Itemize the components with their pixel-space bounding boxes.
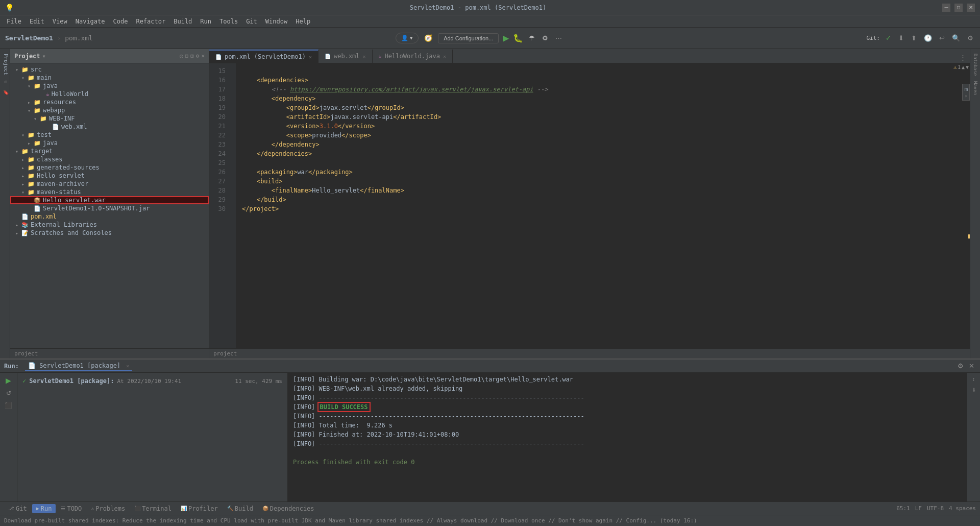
tree-item-hello-servlet[interactable]: ▸ 📁 Hello_servlet [10, 172, 209, 180]
debug-button[interactable]: 🐛 [513, 33, 523, 43]
menu-refactor[interactable]: Refactor [132, 17, 169, 26]
coverage-button[interactable]: ☂ [527, 33, 536, 43]
run-wrap-button[interactable]: ↕ [971, 375, 976, 384]
tree-item-classes[interactable]: ▸ 📁 classes [10, 155, 209, 163]
status-tab-dependencies[interactable]: 📦 Dependencies [258, 504, 318, 513]
status-tab-terminal[interactable]: ⬛ Terminal [130, 504, 176, 513]
run-close-button[interactable]: ✕ [967, 361, 976, 371]
menu-build[interactable]: Build [169, 17, 196, 26]
status-tab-todo[interactable]: ☰ TODO [57, 504, 86, 513]
tree-item-webinf[interactable]: ▾ 📁 WEB-INF [10, 114, 209, 123]
more-run-button[interactable]: ⋯ [554, 33, 564, 43]
git-update-button[interactable]: ⬇ [897, 33, 905, 43]
profile-button[interactable]: ⚙ [541, 33, 550, 43]
menu-help[interactable]: Help [291, 17, 314, 26]
settings-icon[interactable]: ⚙ [196, 53, 200, 59]
code-editor[interactable]: <dependencies> <!-- https://mvnrepositor… [236, 63, 959, 348]
run-output-line: [INFO] Building war: D:\code\java\bite\S… [293, 375, 962, 384]
git-history-button[interactable]: 🕐 [922, 33, 934, 43]
search-button[interactable]: 🔍 [950, 33, 962, 43]
run-scroll-button[interactable]: ⇓ [970, 386, 977, 394]
navigate-button[interactable]: 🧭 [423, 33, 434, 43]
run-stop-button[interactable]: ⬛ [3, 400, 14, 411]
bookmarks-tab[interactable]: 🔖 [1, 87, 10, 97]
run-side-icons: ↕ ⇓ [967, 373, 980, 501]
close-button[interactable]: ✕ [967, 4, 975, 12]
status-tab-run[interactable]: ▶ Run [32, 504, 56, 513]
git-check-button[interactable]: ✓ [884, 33, 893, 43]
tree-item-testjava[interactable]: ▸ 📁 java [10, 139, 209, 147]
status-tab-problems[interactable]: ⚠ Problems [87, 504, 129, 513]
run-tab-close[interactable]: ✕ [126, 363, 129, 369]
run-play-button[interactable]: ▶ [4, 375, 13, 386]
settings-button[interactable]: ⚙ [966, 33, 975, 43]
run-rerun-button[interactable]: ↺ [5, 388, 13, 398]
maven-close[interactable]: ✕ [965, 93, 967, 99]
tree-item-resources[interactable]: ▸ 📁 resources [10, 98, 209, 106]
run-button[interactable]: ▶ [503, 33, 509, 43]
tree-item-main[interactable]: ▾ 📁 main [10, 74, 209, 82]
project-tab[interactable]: Project [1, 52, 10, 77]
tree-item-jar[interactable]: 📄 ServletDemo1-1.0-SNAPSHOT.jar [10, 204, 209, 212]
status-tab-git[interactable]: ⎇ Git [4, 504, 31, 513]
git-revert-button[interactable]: ↩ [938, 33, 946, 43]
tree-item-webxml[interactable]: 📄 web.xml [10, 123, 209, 131]
structure-tab[interactable]: ⊞ [1, 79, 10, 85]
tree-label: ServletDemo1-1.0-SNAPSHOT.jar [43, 205, 150, 212]
menu-window[interactable]: Window [261, 17, 291, 26]
expand-icon[interactable]: ⊞ [190, 53, 194, 59]
database-tab[interactable]: Database [972, 52, 979, 78]
tree-item-src[interactable]: ▾ 📁 src [10, 65, 209, 74]
run-settings-button[interactable]: ⚙ [956, 361, 965, 371]
down-arrow[interactable]: ▼ [966, 64, 969, 70]
expand-arrow: ▸ [15, 222, 21, 228]
tree-item-maven-status[interactable]: ▾ 📁 maven-status [10, 188, 209, 196]
menu-tools[interactable]: Tools [215, 17, 242, 26]
tree-item-webapp[interactable]: ▾ 📁 webapp [10, 106, 209, 114]
menu-code[interactable]: Code [109, 17, 132, 26]
tab-pom-xml[interactable]: 📄 pom.xml (ServletDemo1) ✕ [209, 50, 318, 63]
tabs-more-button[interactable]: ⋮ [958, 52, 968, 63]
run-tab-active[interactable]: 📄 ServletDemo1 [package] ✕ [25, 361, 132, 371]
menu-run[interactable]: Run [196, 17, 215, 26]
window-controls[interactable]: ─ □ ✕ [942, 4, 975, 12]
tree-item-ext-libs[interactable]: ▸ 📚 External Libraries [10, 221, 209, 229]
tab-close-icon[interactable]: ✕ [363, 54, 366, 59]
account-button[interactable]: 👤 ▾ [396, 33, 419, 43]
tree-item-war[interactable]: 📦 Hello_servlet.war [10, 196, 209, 204]
add-config-button[interactable]: Add Configuration... [438, 33, 499, 43]
tree-item-generated[interactable]: ▸ 📁 generated-sources [10, 163, 209, 172]
maximize-button[interactable]: □ [954, 4, 963, 12]
tree-item-target[interactable]: ▾ 📁 target [10, 147, 209, 155]
menu-git[interactable]: Git [242, 17, 261, 26]
menu-view[interactable]: View [48, 17, 71, 26]
collapse-icon[interactable]: ⊟ [185, 53, 189, 59]
tab-web-xml[interactable]: 📄 web.xml ✕ [318, 50, 373, 63]
tree-item-test[interactable]: ▾ 📁 test [10, 131, 209, 139]
expand-arrow: ▸ [21, 173, 28, 179]
status-tab-profiler[interactable]: 📊 Profiler [177, 504, 222, 513]
tree-item-helloworld[interactable]: ☕ HelloWorld [10, 90, 209, 98]
menu-edit[interactable]: Edit [26, 17, 48, 26]
tab-close-icon[interactable]: ✕ [309, 54, 312, 60]
menu-file[interactable]: File [3, 17, 26, 26]
tab-helloworld-java[interactable]: ☕ HelloWorld.java ✕ [373, 50, 453, 63]
locate-icon[interactable]: ◎ [180, 53, 183, 59]
code-line-24: </dependencies> [242, 149, 952, 158]
close-panel-icon[interactable]: ✕ [201, 53, 205, 59]
tab-close-icon[interactable]: ✕ [443, 54, 446, 59]
run-list-item[interactable]: ✓ ServletDemo1 [package]: At 2022/10/10 … [17, 376, 287, 386]
menu-navigate[interactable]: Navigate [71, 17, 109, 26]
maven-tab[interactable]: Maven [972, 79, 979, 97]
up-arrow[interactable]: ▲ [962, 64, 965, 70]
status-tab-build[interactable]: 🔨 Build [223, 504, 257, 513]
maven-widget[interactable]: m ✕ [962, 84, 970, 101]
tab-icon: 📄 [215, 54, 222, 60]
tree-item-scratches[interactable]: ▸ 📝 Scratches and Consoles [10, 229, 209, 237]
minimize-button[interactable]: ─ [942, 4, 950, 12]
tree-item-java[interactable]: ▾ 📁 java [10, 82, 209, 90]
tree-item-pomxml[interactable]: 📄 pom.xml [10, 212, 209, 221]
git-push-button[interactable]: ⬆ [910, 33, 918, 43]
expand-arrow: ▾ [21, 189, 28, 195]
tree-item-maven-archiver[interactable]: ▸ 📁 maven-archiver [10, 180, 209, 188]
